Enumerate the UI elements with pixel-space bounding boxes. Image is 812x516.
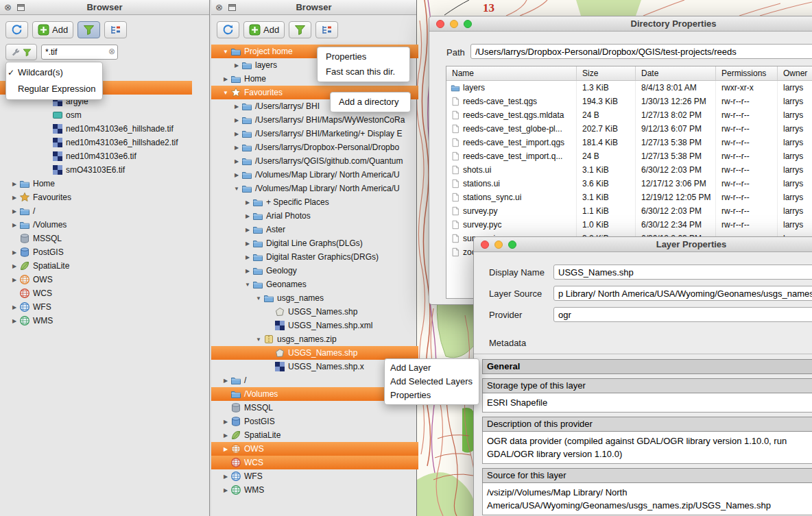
tree-item[interactable]: ▶Digital Raster Graphics(DRGs) [211, 250, 418, 264]
column-header[interactable]: Owner [778, 66, 812, 80]
close-panel-icon[interactable]: ⊗ [4, 3, 12, 12]
table-row[interactable]: reeds-cave_test.qgs194.3 KiB1/30/13 12:2… [446, 95, 812, 108]
tree-item[interactable]: ▶OWS [211, 442, 418, 456]
chevron-right-icon[interactable]: ▶ [232, 117, 241, 123]
table-row[interactable]: reeds-cave_test_import.q...24 B1/27/13 5… [446, 149, 812, 163]
table-row[interactable]: shots.ui3.1 KiB6/30/12 2:03 PMrw-r--r--l… [446, 163, 812, 177]
chevron-right-icon[interactable]: ▶ [10, 222, 19, 228]
tree-item[interactable]: ▶Aster [211, 223, 418, 236]
minimize-button[interactable] [494, 241, 503, 249]
layer-source-input[interactable] [553, 286, 812, 301]
table-row[interactable]: layers1.3 KiB8/4/13 8:01 AMrwxr-xr-xlarr… [446, 81, 812, 95]
dialog-titlebar[interactable]: Layer Properties [474, 237, 812, 252]
menu-item[interactable]: ✓Wildcard(s) [6, 64, 102, 81]
chevron-right-icon[interactable]: ▶ [10, 249, 19, 256]
table-row[interactable]: stations.ui3.6 KiB12/17/12 3:06 PMrw-r--… [446, 177, 812, 191]
collapse-all-button[interactable] [104, 21, 127, 38]
chevron-right-icon[interactable]: ▶ [10, 181, 19, 187]
chevron-right-icon[interactable]: ▶ [221, 487, 230, 493]
column-header[interactable]: Name [446, 66, 577, 80]
chevron-right-icon[interactable]: ▶ [243, 241, 252, 247]
menu-item[interactable]: Add a directory [331, 95, 410, 110]
chevron-down-icon[interactable]: ▼ [221, 90, 230, 96]
tree-item[interactable]: ▶/Users/larrys/ BHI/Maps/WyWestonCoRa [211, 113, 418, 127]
collapse-all-button[interactable] [315, 21, 338, 38]
tree-item[interactable]: ▶WFS [0, 300, 192, 314]
tree-item[interactable]: ▶/Users/larrys/Dropbox-Personal/Dropbo [211, 140, 418, 154]
filter-input[interactable] [41, 45, 118, 60]
zoom-button[interactable] [508, 241, 516, 249]
tree-item[interactable]: ▶SpatiaLite [211, 428, 418, 442]
chevron-right-icon[interactable]: ▶ [232, 103, 241, 110]
tree-item[interactable]: ▶/Users/larrys/QGIS/github.com/Quantum [211, 154, 418, 168]
provider-input[interactable] [553, 307, 812, 322]
refresh-button[interactable] [217, 21, 239, 38]
tree-item[interactable]: WCS [0, 286, 192, 300]
tree-item[interactable]: ▶Digital Line Graphs(DLGs) [211, 236, 418, 250]
tree-item[interactable]: ned10m43103e6_hillshade2.tif [0, 136, 192, 149]
table-row[interactable]: reeds-cave_test_globe-pl...202.7 KiB9/12… [446, 122, 812, 136]
chevron-right-icon[interactable]: ▶ [243, 227, 252, 233]
chevron-right-icon[interactable]: ▶ [10, 195, 19, 201]
panel-titlebar[interactable]: ⊗ Browser [0, 0, 209, 15]
tree-item[interactable]: USGS_Names.shp.xml [211, 319, 418, 332]
menu-item[interactable]: Fast scan this dir. [318, 64, 409, 79]
close-panel-icon[interactable]: ⊗ [215, 3, 223, 12]
chevron-right-icon[interactable]: ▶ [243, 199, 252, 206]
tree-item[interactable]: ▼Geonames [211, 278, 418, 291]
tree-item[interactable]: ▶OWS [0, 273, 192, 286]
float-panel-icon[interactable] [228, 4, 236, 11]
add-button[interactable]: Add [243, 21, 285, 38]
chevron-down-icon[interactable]: ▼ [254, 295, 263, 302]
tree-item[interactable]: ▶SpatiaLite [0, 259, 192, 273]
menu-item[interactable]: Add Layer [385, 361, 479, 375]
tree-item[interactable]: ▶/ [0, 204, 192, 218]
menu-item[interactable]: Properties [318, 49, 409, 64]
tree-item[interactable]: ▶Home [0, 177, 192, 191]
tree-item[interactable]: MSSQL [0, 232, 192, 245]
tree-item[interactable]: ▶PostGIS [211, 415, 418, 428]
tree-item[interactable]: ▶WMS [211, 483, 418, 497]
table-row[interactable]: survey.pyc1.0 KiB6/30/12 2:34 PMrw-r--r-… [446, 218, 812, 232]
minimize-button[interactable] [450, 20, 458, 28]
column-header[interactable]: Date [636, 66, 716, 80]
chevron-right-icon[interactable]: ▶ [243, 268, 252, 274]
tree-item[interactable]: ▶Geology [211, 264, 418, 278]
chevron-right-icon[interactable]: ▶ [10, 304, 19, 310]
chevron-right-icon[interactable]: ▶ [232, 62, 241, 69]
tree-item[interactable]: ned10m43103e6.tif [0, 149, 192, 163]
chevron-down-icon[interactable]: ▼ [243, 282, 252, 288]
chevron-right-icon[interactable]: ▶ [221, 378, 230, 384]
menu-item[interactable]: Regular Expression [6, 81, 102, 97]
tree-item[interactable]: USGS_Names.shp [211, 305, 418, 319]
column-header[interactable]: Size [577, 66, 636, 80]
tree-item[interactable]: ned10m43103e6_hillshade.tif [0, 122, 192, 136]
table-row[interactable]: reeds-cave_test.qgs.mldata24 B1/27/13 8:… [446, 108, 812, 122]
table-row[interactable]: stations_sync.ui3.1 KiB12/19/12 12:05 PM… [446, 191, 812, 204]
menu-item[interactable]: Add Selected Layers [385, 375, 479, 389]
tree-item[interactable]: ▶PostGIS [0, 245, 192, 259]
chevron-right-icon[interactable]: ▶ [221, 419, 230, 425]
chevron-right-icon[interactable]: ▶ [221, 76, 230, 82]
tree-item[interactable]: ▼/Volumes/Map Library/ North America/U [211, 182, 418, 195]
close-button[interactable] [481, 241, 489, 249]
tree-item[interactable]: smO43103E6.tif [0, 163, 192, 177]
chevron-right-icon[interactable]: ▶ [221, 432, 230, 439]
tree-item[interactable]: ▶/Users/larrys/ BHI/Marketing/+ Display … [211, 127, 418, 140]
chevron-right-icon[interactable]: ▶ [10, 318, 19, 324]
chevron-right-icon[interactable]: ▶ [232, 131, 241, 137]
tree-item[interactable]: WCS [211, 456, 418, 469]
filter-button[interactable] [289, 21, 311, 38]
column-header[interactable]: Permissions [716, 66, 778, 80]
tree-item[interactable]: osm [0, 108, 192, 122]
tree-item[interactable]: ▶WMS [0, 314, 192, 328]
table-row[interactable]: reeds-cave_test_import.qgs181.4 KiB1/27/… [446, 136, 812, 149]
filter-options-button[interactable] [5, 44, 37, 60]
tree-item[interactable]: ▶Favourites [0, 191, 192, 204]
chevron-right-icon[interactable]: ▶ [221, 446, 230, 452]
chevron-right-icon[interactable]: ▶ [221, 474, 230, 480]
tree-item[interactable]: ▶/Volumes [0, 218, 192, 232]
menu-item[interactable]: Properties [385, 389, 479, 402]
refresh-button[interactable] [5, 21, 28, 38]
panel-titlebar[interactable]: ⊗ Browser [211, 0, 416, 15]
